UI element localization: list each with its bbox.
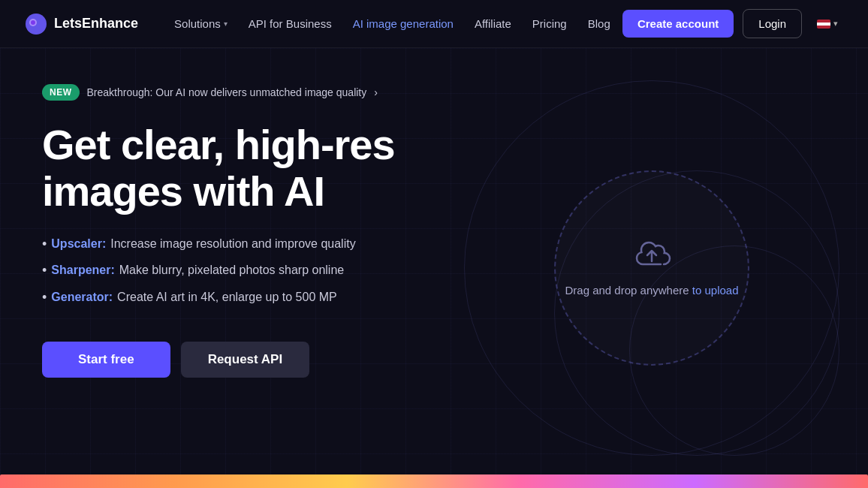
upload-cloud-icon (632, 240, 671, 272)
nav-pricing[interactable]: Pricing (523, 11, 576, 36)
nav-affiliate[interactable]: Affiliate (466, 11, 520, 36)
generator-link[interactable]: Generator: (51, 288, 113, 306)
nav-solutions[interactable]: Solutions ▾ (165, 11, 237, 36)
logo-icon (24, 12, 48, 36)
sharpener-desc: Make blurry, pixelated photos sharp onli… (119, 261, 344, 279)
feature-sharpener: Sharpener: Make blurry, pixelated photos… (42, 261, 399, 280)
nav-blog[interactable]: Blog (579, 11, 619, 36)
generator-desc: Create AI art in 4K, enlarge up to 500 M… (117, 288, 337, 306)
svg-point-2 (31, 20, 35, 25)
bottom-gradient-strip (0, 474, 868, 488)
start-free-button[interactable]: Start free (42, 342, 170, 378)
chevron-down-icon: ▾ (833, 19, 838, 29)
hero-upload-area: Drag and drop anywhere to upload (436, 48, 868, 488)
logo-link[interactable]: LetsEnhance (24, 12, 138, 36)
feature-generator: Generator: Create AI art in 4K, enlarge … (42, 288, 399, 307)
upload-dropzone[interactable]: Drag and drop anywhere to upload (554, 170, 749, 366)
arrow-right-icon: › (374, 86, 378, 98)
upload-link[interactable]: to upload (692, 284, 739, 297)
hero-cta-group: Start free Request API (42, 342, 399, 378)
hero-content: NEW Breakthrough: Our AI now delivers un… (0, 48, 436, 488)
feature-list: Upscaler: Increase image resolution and … (42, 235, 399, 315)
new-badge: NEW (42, 84, 80, 101)
hero-section: NEW Breakthrough: Our AI now delivers un… (0, 48, 868, 488)
login-button[interactable]: Login (743, 9, 802, 38)
announcement-text: Breakthrough: Our AI now delivers unmatc… (87, 86, 367, 98)
upscaler-link[interactable]: Upscaler: (51, 235, 106, 253)
feature-upscaler: Upscaler: Increase image resolution and … (42, 235, 399, 254)
language-selector[interactable]: ▾ (811, 14, 844, 33)
chevron-down-icon: ▾ (224, 20, 228, 28)
upload-instruction: Drag and drop anywhere to upload (565, 284, 738, 297)
announcement-banner[interactable]: NEW Breakthrough: Our AI now delivers un… (42, 84, 399, 101)
nav-api-business[interactable]: API for Business (240, 11, 341, 36)
nav-ai-image[interactable]: AI image generation (344, 11, 463, 36)
navbar: LetsEnhance Solutions ▾ API for Business… (0, 0, 868, 48)
create-account-button[interactable]: Create account (622, 10, 734, 38)
nav-links: Solutions ▾ API for Business AI image ge… (165, 11, 622, 36)
hero-title: Get clear, high-res images with AI (42, 122, 399, 214)
nav-actions: Create account Login ▾ (622, 9, 844, 38)
flag-icon (817, 20, 830, 29)
request-api-button[interactable]: Request API (181, 342, 310, 378)
upscaler-desc: Increase image resolution and improve qu… (110, 235, 355, 253)
sharpener-link[interactable]: Sharpener: (51, 261, 114, 279)
logo-text: LetsEnhance (54, 16, 138, 32)
